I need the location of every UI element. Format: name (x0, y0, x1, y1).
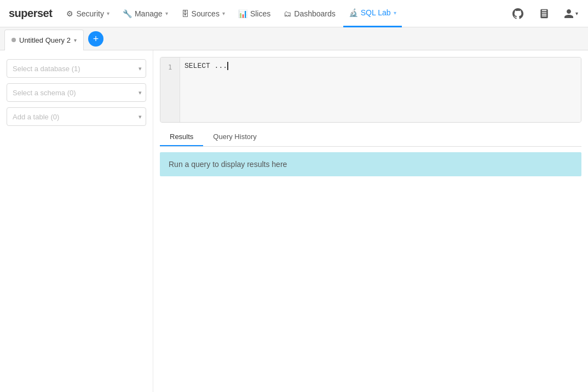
nav-label-manage: Manage (135, 9, 163, 18)
database-chevron-icon: ▾ (139, 65, 142, 72)
results-tabs-bar: Results Query History (160, 128, 581, 147)
add-tab-button[interactable]: + (88, 31, 103, 47)
database-select[interactable]: Select a database (1) ▾ (7, 59, 146, 78)
main-content: Select a database (1) ▾ Select a schema … (0, 50, 588, 392)
results-content: Run a query to display results here (160, 152, 581, 385)
docs-icon[interactable] (535, 5, 553, 22)
tabs-bar: Untitled Query 2 ▾ + (0, 27, 588, 50)
editor-content[interactable]: SELECT ... (180, 57, 581, 122)
table-select-label: Add a table (0) (13, 113, 59, 121)
line-number-1: 1 (160, 62, 180, 73)
tab-status-dot (11, 38, 16, 42)
table-chevron-icon: ▾ (139, 113, 142, 120)
chevron-down-icon: ▾ (222, 10, 225, 16)
schema-select-wrapper: Select a schema (0) ▾ (7, 83, 146, 102)
nav-label-sources: Sources (192, 9, 220, 18)
database-select-label: Select a database (1) (13, 65, 80, 73)
tab-query-history-label: Query History (213, 132, 256, 141)
security-icon: ⚙ (66, 9, 73, 18)
nav-label-slices: Slices (250, 9, 270, 18)
nav-label-sqllab: SQL Lab (361, 8, 391, 17)
query-tab[interactable]: Untitled Query 2 ▾ (4, 30, 84, 50)
nav-item-sqllab[interactable]: 🔬 SQL Lab ▾ (343, 0, 402, 27)
slices-icon: 📊 (238, 9, 247, 18)
editor-text: SELECT ... (185, 62, 227, 70)
tab-query-history[interactable]: Query History (203, 128, 266, 146)
database-select-wrapper: Select a database (1) ▾ (7, 59, 146, 78)
line-numbers: 1 (160, 57, 180, 122)
chevron-down-icon: ▾ (107, 10, 109, 16)
sql-editor[interactable]: 1 SELECT ... (160, 57, 581, 123)
tab-chevron-icon: ▾ (74, 37, 77, 43)
results-placeholder: Run a query to display results here (160, 152, 581, 176)
brand-logo[interactable]: superset (9, 7, 52, 20)
schema-chevron-icon: ▾ (139, 89, 142, 96)
nav-item-manage[interactable]: 🔧 Manage ▾ (117, 0, 174, 27)
navbar-right: ▾ (509, 5, 579, 22)
github-icon[interactable] (509, 5, 527, 22)
user-chevron-icon: ▾ (575, 10, 578, 16)
chevron-down-icon: ▾ (394, 10, 396, 16)
dashboards-icon: 🗂 (284, 9, 291, 18)
query-tab-label: Untitled Query 2 (19, 36, 71, 44)
nav-label-dashboards: Dashboards (294, 9, 336, 18)
chevron-down-icon: ▾ (165, 10, 168, 16)
nav-item-security[interactable]: ⚙ Security ▾ (61, 0, 115, 27)
schema-select[interactable]: Select a schema (0) ▾ (7, 83, 146, 102)
nav-item-sources[interactable]: 🗄 Sources ▾ (176, 0, 230, 27)
tab-results-label: Results (170, 132, 193, 141)
left-panel: Select a database (1) ▾ Select a schema … (0, 50, 153, 392)
right-panel: 1 SELECT ... Results Query History Run a… (153, 50, 588, 392)
table-select[interactable]: Add a table (0) ▾ (7, 107, 146, 126)
manage-icon: 🔧 (123, 9, 132, 18)
results-placeholder-text: Run a query to display results here (169, 160, 287, 169)
add-tab-icon: + (93, 34, 99, 44)
table-select-wrapper: Add a table (0) ▾ (7, 107, 146, 126)
nav-item-slices[interactable]: 📊 Slices (233, 0, 276, 27)
editor-cursor (227, 62, 228, 70)
navbar: superset ⚙ Security ▾ 🔧 Manage ▾ 🗄 Sourc… (0, 0, 588, 27)
sqllab-icon: 🔬 (349, 8, 358, 17)
nav-label-security: Security (76, 9, 104, 18)
sources-icon: 🗄 (181, 9, 189, 18)
nav-item-dashboards[interactable]: 🗂 Dashboards (278, 0, 341, 27)
schema-select-label: Select a schema (0) (13, 89, 76, 97)
tab-results[interactable]: Results (160, 128, 203, 146)
user-icon[interactable]: ▾ (562, 5, 579, 22)
